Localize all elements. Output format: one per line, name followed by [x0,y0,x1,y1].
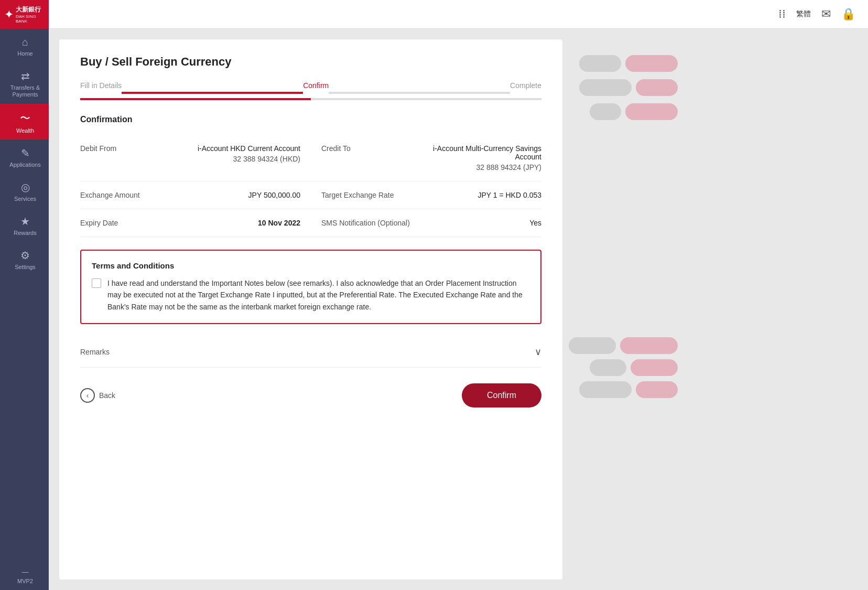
bank-logo: ✦ 大新銀行 DAH SING BANK [0,0,49,29]
progress-steps: Fill in Details Confirm Complete [80,81,541,94]
right-panel [573,39,678,580]
right-pill-pink-5 [631,359,678,376]
debit-from-label: Debit From [80,144,164,153]
right-pill-pink-2 [636,79,678,96]
right-pill-bottom-group [569,337,678,398]
sidebar-label-wealth: Wealth [16,127,34,134]
bank-name-zh: 大新銀行 [16,5,45,14]
sidebar-item-services[interactable]: ◎ Services [0,174,49,208]
details-row-expiry: Expiry Date 10 Nov 2022 SMS Notification… [80,209,541,237]
right-pill-row-1 [579,55,678,72]
target-rate-label: Target Exchange Rate [321,191,405,199]
applications-icon: ✎ [21,147,30,159]
remarks-label: Remarks [80,348,110,356]
progress-bar-empty [311,98,541,100]
sidebar-label-rewards: Rewards [14,230,36,237]
section-title: Confirmation [80,115,541,124]
right-pill-grey-2 [579,79,632,96]
terms-box: Terms and Conditions I have read and und… [80,250,541,324]
mail-icon[interactable]: ✉ [821,7,831,21]
page-title: Buy / Sell Foreign Currency [80,55,541,69]
exchange-amount-value: JPY 500,000.00 [164,191,300,199]
step-label-complete: Complete [510,81,541,90]
right-pill-pink-3 [625,103,678,120]
main-area: ⁞⁞ 繁體 ✉ 🔒 Buy / Sell Foreign Currency Fi… [49,0,868,590]
sidebar-item-rewards[interactable]: ★ Rewards [0,208,49,242]
sidebar-label-transfers: Transfers & Payments [5,84,46,98]
language-toggle[interactable]: 繁體 [796,9,811,19]
debit-from-account: i-Account HKD Current Account [164,144,300,153]
confirm-button[interactable]: Confirm [462,383,541,407]
expiry-date-label: Expiry Date [80,219,164,227]
right-pill-grey-4 [569,337,616,354]
sms-value: Yes [410,219,541,227]
step-label-fill: Fill in Details [80,81,122,90]
debit-from-cell: Debit From i-Account HKD Current Account… [80,144,300,163]
lock-icon[interactable]: 🔒 [841,7,855,21]
right-pill-row-6 [569,381,678,398]
target-rate-cell: Target Exchange Rate JPY 1 = HKD 0.053 [321,191,541,199]
expiry-date-cell: Expiry Date 10 Nov 2022 [80,219,300,227]
sidebar-label-applications: Applications [9,162,40,168]
credit-to-account: i-Account Multi-Currency Savings Account [405,144,541,161]
terms-checkbox[interactable] [92,278,101,288]
bank-name-en: DAH SING BANK [16,14,45,24]
transfers-icon: ⇄ [21,70,30,82]
step-fill-details: Fill in Details [80,81,122,90]
step-complete: Complete [510,81,541,90]
sidebar-item-applications[interactable]: ✎ Applications [0,140,49,174]
home-icon: ⌂ [22,36,28,48]
mvp2-icon: — [22,568,29,576]
terms-text: I have read and understand the Important… [107,277,530,313]
sms-cell: SMS Notification (Optional) Yes [321,219,541,227]
chevron-down-icon: ∨ [535,346,541,358]
logo-icon: ✦ [4,8,14,22]
step-connector-2 [329,92,510,94]
back-circle-icon: ‹ [80,388,95,403]
right-pill-grey-1 [579,55,621,72]
exchange-amount-label: Exchange Amount [80,191,164,199]
credit-to-cell: Credit To i-Account Multi-Currency Savin… [321,144,541,171]
right-pill-row-4 [569,337,678,354]
expiry-date-value: 10 Nov 2022 [164,219,300,227]
credit-to-number: 32 888 94324 (JPY) [405,163,541,171]
right-pill-row-3 [590,103,678,120]
terms-content: I have read and understand the Important… [92,277,530,313]
debit-from-number: 32 388 94324 (HKD) [164,155,300,163]
credit-to-label: Credit To [321,144,405,153]
step-connector-1 [122,92,303,94]
rewards-icon: ★ [20,215,30,228]
step-confirm: Confirm [303,81,329,90]
progress-bar-container [80,98,541,100]
right-pill-grey-5 [590,359,626,376]
right-pill-grey-6 [579,381,632,398]
details-row-accounts: Debit From i-Account HKD Current Account… [80,135,541,181]
right-pill-pink-6 [636,381,678,398]
sidebar-item-home[interactable]: ⌂ Home [0,29,49,62]
topbar: ⁞⁞ 繁體 ✉ 🔒 [49,0,868,29]
sidebar-item-mvp2[interactable]: — MVP2 [0,561,49,590]
sidebar-label-settings: Settings [15,264,36,271]
right-pill-grey-3 [590,103,621,120]
back-button[interactable]: ‹ Back [80,388,115,403]
sidebar-item-transfers-payments[interactable]: ⇄ Transfers & Payments [0,62,49,103]
settings-icon: ⚙ [20,249,30,262]
terms-title: Terms and Conditions [92,261,530,270]
action-row: ‹ Back Confirm [80,383,541,407]
right-pill-row-5 [569,359,678,376]
target-rate-value: JPY 1 = HKD 0.053 [405,191,541,199]
sidebar-item-settings[interactable]: ⚙ Settings [0,242,49,276]
right-pill-pink-1 [625,55,678,72]
exchange-amount-cell: Exchange Amount JPY 500,000.00 [80,191,300,199]
sidebar-item-wealth[interactable]: 〜 Wealth [0,104,49,140]
progress-bar-filled [80,98,311,100]
content-area: Buy / Sell Foreign Currency Fill in Deta… [49,29,868,590]
details-row-exchange: Exchange Amount JPY 500,000.00 Target Ex… [80,181,541,209]
remarks-row[interactable]: Remarks ∨ [80,337,541,368]
sidebar-label-services: Services [14,196,36,202]
sidebar-label-mvp2: MVP2 [17,578,33,585]
right-pill-pink-4 [620,337,678,354]
sms-label: SMS Notification (Optional) [321,219,410,227]
apps-icon[interactable]: ⁞⁞ [778,7,786,21]
main-card: Buy / Sell Foreign Currency Fill in Deta… [59,39,562,580]
